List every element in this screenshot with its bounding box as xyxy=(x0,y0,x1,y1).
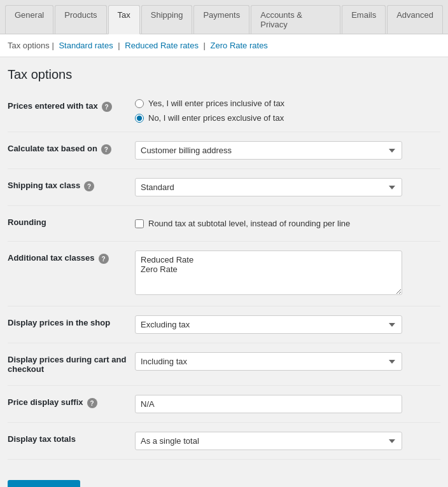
row-price-display-suffix: Price display suffix ? xyxy=(8,386,440,423)
subnav-separator3: | xyxy=(204,41,208,50)
prices-with-tax-options: Yes, I will enter prices inclusive of ta… xyxy=(135,99,440,123)
tab-shipping[interactable]: Shipping xyxy=(141,5,193,34)
rounding-checkbox-text: Round tax at subtotal level, instead of … xyxy=(148,219,350,228)
page-title: Tax options xyxy=(0,57,448,90)
price-display-suffix-help-icon[interactable]: ? xyxy=(87,398,97,408)
save-changes-button[interactable]: Save changes xyxy=(8,480,80,487)
subnav-separator: | xyxy=(52,41,56,50)
rounding-checkbox-label[interactable]: Round tax at subtotal level, instead of … xyxy=(135,215,440,232)
row-prices-with-tax: Prices entered with tax ? Yes, I will en… xyxy=(8,90,440,132)
subnav: Tax options | Standard rates | Reduced R… xyxy=(0,34,448,57)
price-display-suffix-input[interactable] xyxy=(135,395,402,413)
subnav-link-standard-rates[interactable]: Standard rates xyxy=(59,41,113,50)
display-prices-cart-select[interactable]: Including tax Excluding tax xyxy=(135,352,402,371)
radio-inclusive-label[interactable]: Yes, I will enter prices inclusive of ta… xyxy=(135,99,440,108)
subnav-prefix: Tax options xyxy=(8,41,50,50)
calculate-based-on-select[interactable]: Customer billing address Shop base addre… xyxy=(135,141,402,160)
subnav-link-zero-rate[interactable]: Zero Rate rates xyxy=(211,41,268,50)
price-display-suffix-label: Price display suffix xyxy=(8,397,83,407)
rounding-checkbox[interactable] xyxy=(135,219,144,228)
additional-tax-classes-label: Additional tax classes xyxy=(8,253,95,263)
radio-inclusive-text: Yes, I will enter prices inclusive of ta… xyxy=(148,99,284,108)
radio-inclusive[interactable] xyxy=(135,99,144,108)
tab-advanced[interactable]: Advanced xyxy=(387,5,443,34)
tab-accounts-privacy[interactable]: Accounts & Privacy xyxy=(251,5,340,34)
row-display-prices-cart: Display prices during cart and checkout … xyxy=(8,343,440,386)
display-tax-totals-label: Display tax totals xyxy=(8,434,76,444)
calculate-based-on-label: Calculate tax based on xyxy=(8,144,97,153)
tab-products[interactable]: Products xyxy=(55,5,106,34)
rounding-label: Rounding xyxy=(8,217,46,227)
display-prices-shop-select[interactable]: Excluding tax Including tax xyxy=(135,315,402,334)
radio-exclusive-label[interactable]: No, I will enter prices exclusive of tax xyxy=(135,113,440,123)
display-prices-cart-label: Display prices during cart and checkout xyxy=(8,355,126,374)
shipping-tax-class-help-icon[interactable]: ? xyxy=(84,181,94,191)
row-shipping-tax-class: Shipping tax class ? Standard Reduced Ra… xyxy=(8,169,440,206)
row-display-prices-shop: Display prices in the shop Excluding tax… xyxy=(8,306,440,343)
shipping-tax-class-select[interactable]: Standard Reduced Rate Zero Rate xyxy=(135,178,402,196)
tab-tax[interactable]: Tax xyxy=(108,5,140,34)
display-tax-totals-select[interactable]: As a single total Itemized xyxy=(135,432,402,450)
radio-exclusive[interactable] xyxy=(135,114,144,123)
row-additional-tax-classes: Additional tax classes ? Reduced Rate Ze… xyxy=(8,242,440,306)
settings-table: Prices entered with tax ? Yes, I will en… xyxy=(8,90,440,460)
display-prices-shop-label: Display prices in the shop xyxy=(8,318,110,327)
tab-emails[interactable]: Emails xyxy=(342,5,386,34)
tab-general[interactable]: General xyxy=(5,5,53,34)
additional-tax-classes-help-icon[interactable]: ? xyxy=(99,254,109,264)
calculate-based-on-help-icon[interactable]: ? xyxy=(101,144,111,154)
prices-with-tax-help-icon[interactable]: ? xyxy=(102,102,112,112)
form-container: Prices entered with tax ? Yes, I will en… xyxy=(0,90,448,472)
row-rounding: Rounding Round tax at subtotal level, in… xyxy=(8,206,440,242)
shipping-tax-class-label: Shipping tax class xyxy=(8,181,80,190)
row-display-tax-totals: Display tax totals As a single total Ite… xyxy=(8,423,440,460)
row-calculate-based-on: Calculate tax based on ? Customer billin… xyxy=(8,132,440,169)
subnav-separator2: | xyxy=(118,41,122,50)
subnav-link-reduced-rate[interactable]: Reduced Rate rates xyxy=(125,41,199,50)
prices-with-tax-label: Prices entered with tax xyxy=(8,101,98,111)
tab-bar: General Products Tax Shipping Payments A… xyxy=(0,0,448,34)
tab-payments[interactable]: Payments xyxy=(193,5,249,34)
additional-tax-classes-textarea[interactable]: Reduced Rate Zero Rate xyxy=(135,250,402,295)
radio-exclusive-text: No, I will enter prices exclusive of tax xyxy=(148,113,284,123)
